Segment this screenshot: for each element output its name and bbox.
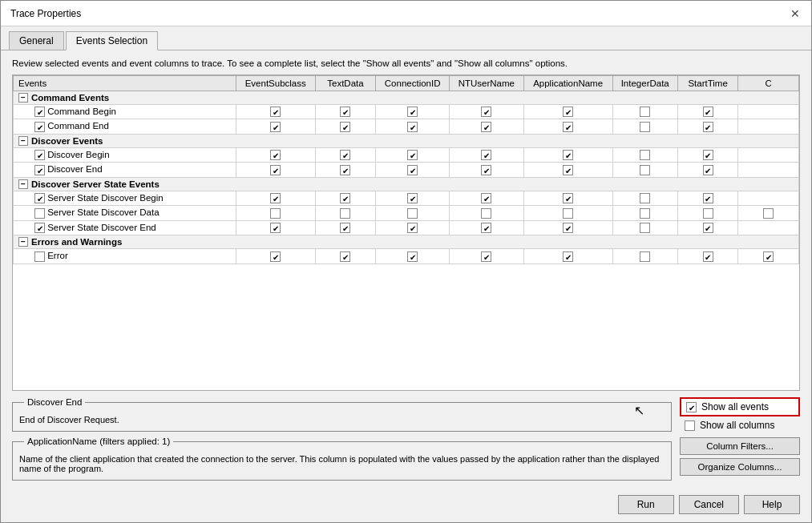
event-checkbox[interactable] <box>34 251 45 262</box>
col-cb[interactable] <box>340 107 350 117</box>
col-cb[interactable] <box>407 251 418 262</box>
col-header-eventsubclass: EventSubclass <box>236 76 315 91</box>
table-row: Server State Discover Data <box>14 206 799 220</box>
event-checkbox[interactable] <box>34 223 45 233</box>
col-cb[interactable] <box>563 208 573 219</box>
col-cb[interactable] <box>563 150 573 160</box>
cancel-button[interactable]: Cancel <box>679 495 739 514</box>
col-cb[interactable] <box>407 122 418 132</box>
dialog-title: Trace Properties <box>10 8 81 19</box>
col-cb[interactable] <box>763 208 774 219</box>
col-cb[interactable] <box>270 122 281 132</box>
col-cb[interactable] <box>640 165 650 175</box>
col-cb[interactable] <box>270 223 281 233</box>
col-cb[interactable] <box>407 223 418 233</box>
show-all-events-checkbox[interactable] <box>686 402 697 412</box>
show-all-columns-checkbox[interactable] <box>685 420 695 431</box>
col-cb[interactable] <box>763 251 774 262</box>
collapse-command-events[interactable]: − <box>18 93 28 103</box>
col-cb[interactable] <box>340 223 350 233</box>
col-cb[interactable] <box>407 107 418 117</box>
col-cb[interactable] <box>703 251 713 262</box>
collapse-discover-events[interactable]: − <box>18 136 28 146</box>
col-cb[interactable] <box>340 193 350 203</box>
col-cb[interactable] <box>703 208 713 219</box>
col-cb[interactable] <box>481 165 491 175</box>
group-errors-warnings: − Errors and Warnings <box>14 235 799 249</box>
trace-properties-dialog: Trace Properties ✕ General Events Select… <box>0 0 812 523</box>
event-name: Server State Discover Begin <box>14 191 236 205</box>
tab-content: Review selected events and event columns… <box>1 50 811 489</box>
table-row: Error <box>14 249 799 264</box>
col-cb[interactable] <box>563 223 573 233</box>
col-cb[interactable] <box>340 251 350 262</box>
col-cb[interactable] <box>340 122 350 132</box>
col-cb[interactable] <box>481 223 491 233</box>
col-cb[interactable] <box>407 193 418 203</box>
collapse-errors-warnings[interactable]: − <box>18 237 28 247</box>
col-cb[interactable] <box>563 165 573 175</box>
col-cb[interactable] <box>563 251 573 262</box>
group-label: Discover Events <box>31 136 103 146</box>
event-checkbox[interactable] <box>34 208 45 219</box>
col-cb[interactable] <box>703 165 713 175</box>
col-cb[interactable] <box>270 150 281 160</box>
run-button[interactable]: Run <box>618 495 674 514</box>
col-cb[interactable] <box>703 122 713 132</box>
table-row: Server State Discover End <box>14 220 799 235</box>
col-cb[interactable] <box>640 122 650 132</box>
col-cb[interactable] <box>640 251 650 262</box>
event-checkbox[interactable] <box>34 150 45 160</box>
col-cb[interactable] <box>407 165 418 175</box>
col-cb[interactable] <box>640 223 650 233</box>
close-button[interactable]: ✕ <box>789 7 802 20</box>
col-cb[interactable] <box>640 193 650 203</box>
tab-events-selection[interactable]: Events Selection <box>66 31 158 50</box>
col-cb[interactable] <box>340 165 350 175</box>
table-row: Command End <box>14 119 799 134</box>
column-filters-button[interactable]: Column Filters... <box>680 437 800 455</box>
col-cb[interactable] <box>481 193 491 203</box>
col-cb[interactable] <box>481 122 491 132</box>
col-cb[interactable] <box>563 193 573 203</box>
event-checkbox[interactable] <box>34 107 45 117</box>
col-cb[interactable] <box>481 208 491 219</box>
col-cb[interactable] <box>270 165 281 175</box>
col-cb[interactable] <box>407 150 418 160</box>
col-cb[interactable] <box>563 122 573 132</box>
collapse-discover-server-state[interactable]: − <box>18 179 28 189</box>
col-cb[interactable] <box>270 107 281 117</box>
event-checkbox[interactable] <box>34 165 45 175</box>
col-cb[interactable] <box>640 107 650 117</box>
col-cb[interactable] <box>340 150 350 160</box>
col-cb[interactable] <box>640 208 650 219</box>
table-row: Server State Discover Begin <box>14 191 799 205</box>
tab-general[interactable]: General <box>9 31 64 50</box>
col-cb[interactable] <box>340 208 350 219</box>
col-cb[interactable] <box>481 150 491 160</box>
table-row: Discover Begin <box>14 147 799 162</box>
event-checkbox[interactable] <box>34 193 45 203</box>
col-cb[interactable] <box>481 251 491 262</box>
col-cb[interactable] <box>703 193 713 203</box>
col-cb[interactable] <box>703 150 713 160</box>
col-cb[interactable] <box>640 150 650 160</box>
event-name: Command Begin <box>14 105 236 119</box>
help-button[interactable]: Help <box>744 495 800 514</box>
col-cb[interactable] <box>481 107 491 117</box>
col-cb[interactable] <box>407 208 418 219</box>
show-all-columns-row: Show all columns <box>680 418 800 432</box>
group-command-events: − Command Events <box>14 91 799 105</box>
event-name: Discover End <box>14 163 236 177</box>
col-cb[interactable] <box>563 107 573 117</box>
info-panel: Discover End End of Discover Request. Ap… <box>12 397 672 481</box>
bottom-section: Discover End End of Discover Request. Ap… <box>12 397 800 481</box>
col-cb[interactable] <box>270 208 281 219</box>
event-checkbox[interactable] <box>34 122 45 132</box>
col-cb[interactable] <box>703 107 713 117</box>
col-cb[interactable] <box>270 193 281 203</box>
col-cb[interactable] <box>270 251 281 262</box>
events-table-container[interactable]: Events EventSubclass TextData Connection… <box>12 74 800 391</box>
col-cb[interactable] <box>703 223 713 233</box>
organize-columns-button[interactable]: Organize Columns... <box>680 458 800 476</box>
